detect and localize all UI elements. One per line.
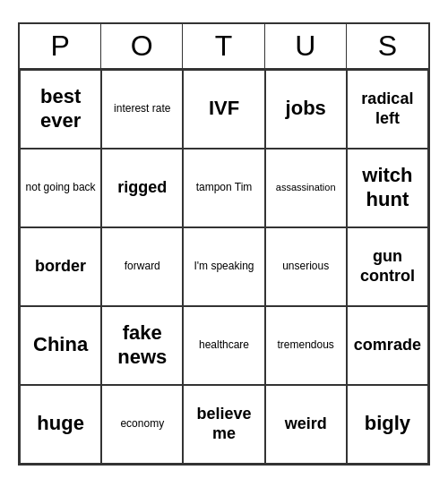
bingo-cell-20: huge bbox=[20, 385, 101, 464]
header-p: P bbox=[20, 24, 101, 68]
bingo-cell-23: weird bbox=[265, 385, 347, 464]
bingo-cell-6: rigged bbox=[101, 149, 183, 227]
bingo-cell-19: comrade bbox=[347, 306, 428, 385]
bingo-header: P O T U S bbox=[20, 24, 428, 70]
bingo-grid: best everinterest rateIVFjobsradical lef… bbox=[20, 70, 428, 464]
bingo-cell-1: interest rate bbox=[101, 70, 183, 149]
bingo-cell-2: IVF bbox=[183, 70, 264, 149]
bingo-cell-8: assassination bbox=[265, 149, 347, 227]
bingo-cell-21: economy bbox=[101, 385, 183, 464]
header-o: O bbox=[101, 24, 183, 68]
bingo-cell-7: tampon Tim bbox=[183, 149, 264, 227]
bingo-cell-24: bigly bbox=[347, 385, 428, 464]
bingo-cell-9: witch hunt bbox=[347, 149, 428, 227]
bingo-cell-17: healthcare bbox=[183, 306, 264, 385]
bingo-cell-14: gun control bbox=[347, 227, 428, 306]
bingo-cell-16: fake news bbox=[101, 306, 183, 385]
bingo-cell-13: unserious bbox=[265, 227, 347, 306]
bingo-cell-15: China bbox=[20, 306, 101, 385]
bingo-cell-22: believe me bbox=[183, 385, 264, 464]
header-t: T bbox=[183, 24, 264, 68]
bingo-cell-12: I'm speaking bbox=[183, 227, 264, 306]
header-s: S bbox=[347, 24, 428, 68]
bingo-cell-11: forward bbox=[101, 227, 183, 306]
bingo-cell-5: not going back bbox=[20, 149, 101, 227]
bingo-cell-4: radical left bbox=[347, 70, 428, 149]
header-u: U bbox=[265, 24, 347, 68]
bingo-cell-10: border bbox=[20, 227, 101, 306]
bingo-cell-0: best ever bbox=[20, 70, 101, 149]
bingo-card: P O T U S best everinterest rateIVFjobsr… bbox=[18, 22, 430, 466]
bingo-cell-18: tremendous bbox=[265, 306, 347, 385]
bingo-cell-3: jobs bbox=[265, 70, 347, 149]
